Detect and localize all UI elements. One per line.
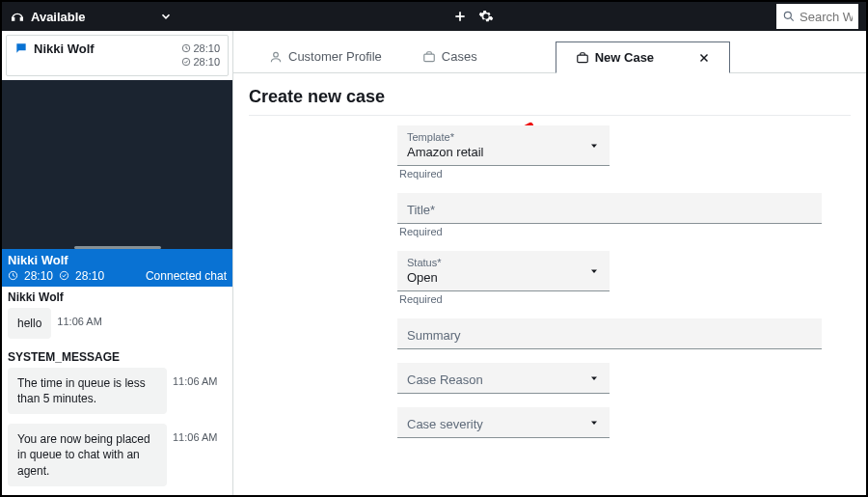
svg-point-8: [274, 52, 279, 57]
chat-message: hello 11:06 AM: [2, 306, 232, 346]
resize-handle[interactable]: [74, 246, 161, 249]
case-severity-select[interactable]: Case severity: [397, 407, 610, 438]
tab-bar: Customer Profile Cases New Case: [233, 31, 866, 73]
active-contact-bar[interactable]: Nikki Wolf 28:10 28:10 Connected chat: [2, 249, 232, 287]
svg-marker-16: [591, 269, 597, 273]
svg-rect-10: [577, 55, 587, 63]
dark-panel: [2, 80, 232, 249]
contact-times: 28:10 28:10: [181, 41, 220, 69]
search-input[interactable]: [800, 10, 853, 24]
chevron-down-icon: [588, 265, 600, 277]
chat-message: The time in queue is less than 5 minutes…: [2, 366, 232, 422]
contact-name: Nikki Wolf: [28, 41, 181, 56]
chevron-down-icon: [588, 140, 600, 152]
svg-point-2: [784, 12, 791, 18]
agent-status-label: Available: [31, 10, 86, 24]
status-icon: [10, 9, 25, 24]
create-case-form: Template* Amazon retail Required Title* …: [233, 125, 866, 459]
status-chevron-down-icon[interactable]: [153, 10, 178, 23]
chat-transcript: Nikki Wolf hello 11:06 AM SYSTEM_MESSAGE…: [2, 287, 232, 495]
top-bar: Available: [2, 2, 866, 31]
active-contact-name: Nikki Wolf: [8, 253, 227, 267]
close-tab-button[interactable]: [698, 52, 710, 64]
svg-marker-18: [591, 421, 597, 425]
chevron-down-icon: [588, 417, 600, 428]
left-column: Nikki Wolf 28:10 28:10 Nikki Wolf: [2, 31, 233, 495]
template-select[interactable]: Template* Amazon retail: [397, 125, 610, 166]
page-title: Create new case: [233, 73, 866, 115]
case-reason-select[interactable]: Case Reason: [397, 363, 610, 394]
tab-cases[interactable]: Cases: [402, 41, 498, 72]
chevron-down-icon: [588, 373, 600, 384]
svg-marker-15: [591, 144, 597, 148]
svg-marker-17: [591, 376, 597, 380]
chat-icon: [14, 41, 28, 55]
chat-sender: SYSTEM_MESSAGE: [2, 346, 232, 366]
cases-icon: [422, 50, 436, 64]
tab-new-case[interactable]: New Case: [556, 41, 730, 73]
chat-sender: Nikki Wolf: [2, 287, 232, 306]
agent-status[interactable]: Available: [10, 9, 86, 24]
svg-point-7: [60, 271, 68, 279]
svg-rect-9: [424, 54, 435, 62]
chat-message: You are now being placed in queue to cha…: [2, 422, 232, 494]
svg-line-3: [790, 17, 793, 20]
status-select[interactable]: Status* Open: [397, 251, 610, 291]
settings-button[interactable]: [473, 9, 500, 24]
connection-status: Connected chat: [146, 269, 227, 283]
required-hint: Required: [397, 226, 851, 237]
tab-customer-profile[interactable]: Customer Profile: [249, 41, 402, 72]
svg-point-5: [183, 59, 191, 67]
required-hint: Required: [397, 293, 851, 305]
profile-icon: [269, 50, 283, 64]
summary-input[interactable]: Summary: [397, 318, 822, 349]
add-button[interactable]: [448, 10, 473, 23]
global-search[interactable]: [776, 4, 858, 29]
required-hint: Required: [397, 168, 851, 179]
contact-card[interactable]: Nikki Wolf 28:10 28:10: [6, 35, 229, 76]
right-column: Customer Profile Cases New Case: [233, 31, 866, 495]
title-input[interactable]: Title*: [397, 193, 822, 224]
cases-icon: [576, 51, 589, 65]
search-icon: [782, 10, 796, 23]
